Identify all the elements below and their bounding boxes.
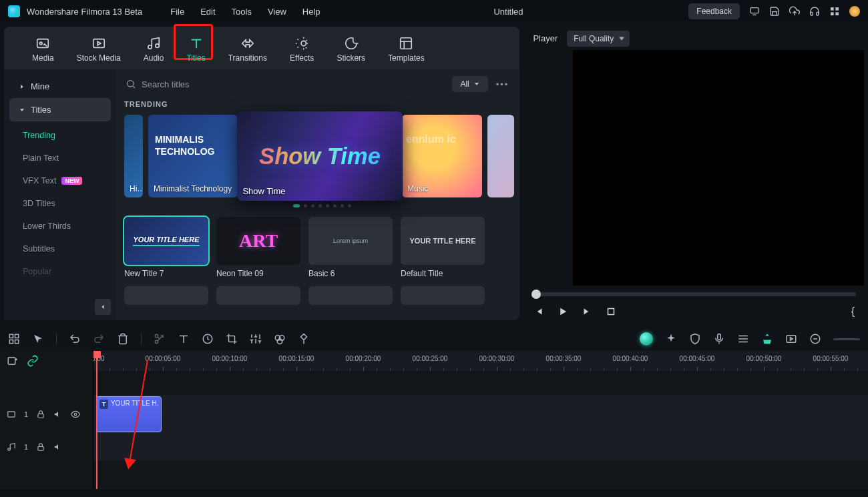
headphones-icon[interactable]	[809, 6, 820, 17]
asset-tabs: Media Stock Media Audio Titles Transitio…	[4, 27, 519, 69]
menu-help[interactable]: Help	[302, 7, 320, 17]
title-card[interactable]: YOUR TITLE HERENew Title 7	[124, 217, 208, 278]
layout-icon[interactable]	[8, 333, 20, 345]
sidebar-item-mine[interactable]: Mine	[9, 75, 111, 98]
svg-rect-16	[9, 340, 13, 344]
svg-rect-14	[9, 334, 13, 338]
filter-dropdown[interactable]: All	[452, 76, 487, 92]
menu-tools[interactable]: Tools	[232, 7, 252, 17]
sidebar-sub-3d-titles[interactable]: 3D Titles	[15, 192, 111, 215]
cloud-upload-icon[interactable]	[789, 6, 800, 17]
speed-icon[interactable]	[202, 333, 214, 345]
sidebar-sub-plain-text[interactable]: Plain Text	[15, 147, 111, 169]
title-card[interactable]: YOUR TITLE HEREDefault Title	[401, 217, 485, 278]
tab-media[interactable]: Media	[28, 32, 58, 69]
play-button[interactable]	[557, 306, 569, 318]
cursor-icon[interactable]	[32, 333, 44, 345]
svg-rect-29	[8, 412, 15, 417]
trending-card[interactable]: Hi…	[124, 115, 143, 197]
avatar[interactable]	[849, 6, 860, 17]
mic-icon[interactable]	[713, 333, 725, 345]
video-track-header[interactable]: 1	[0, 395, 93, 434]
video-track[interactable]: T YOUR TITLE H...	[93, 395, 868, 434]
next-frame-button[interactable]	[581, 306, 593, 318]
sidebar-sub-lower-thirds[interactable]: Lower Thirds	[15, 215, 111, 237]
menu-file[interactable]: File	[170, 7, 184, 17]
tab-templates[interactable]: Templates	[384, 32, 429, 69]
save-icon[interactable]	[769, 6, 780, 17]
mute-icon[interactable]	[53, 442, 63, 452]
eye-icon[interactable]	[71, 410, 80, 419]
stop-button[interactable]	[605, 306, 617, 318]
menu-view[interactable]: View	[268, 7, 286, 17]
expand-icon[interactable]: {	[843, 306, 855, 318]
quality-dropdown[interactable]: Full Quality	[567, 31, 630, 47]
svg-rect-4	[835, 12, 839, 15]
link-icon[interactable]	[27, 355, 39, 367]
monitor-icon[interactable]	[749, 6, 760, 17]
sidebar-sub-vfx-text[interactable]: VFX TextNEW	[15, 169, 111, 192]
tab-transitions[interactable]: Transitions	[224, 32, 271, 69]
time-ruler[interactable]: 00:0000:00:05:0000:00:10:0000:00:15:0000…	[93, 351, 868, 371]
tab-titles[interactable]: Titles	[182, 32, 209, 69]
shield-icon[interactable]	[689, 333, 701, 345]
adjust-icon[interactable]	[250, 333, 262, 345]
tab-stickers[interactable]: Stickers	[333, 32, 369, 69]
collapse-sidebar-button[interactable]	[95, 299, 111, 315]
prev-frame-button[interactable]	[533, 306, 545, 318]
title-thumb[interactable]: Lorem ipsum	[308, 217, 393, 265]
mute-icon[interactable]	[53, 410, 63, 419]
search-input[interactable]: Search titles	[124, 79, 447, 89]
sidebar-sub-subtitles[interactable]: Subtitles	[15, 237, 111, 260]
audio-track[interactable]	[93, 434, 868, 460]
crop-icon[interactable]	[226, 333, 238, 345]
menu-edit[interactable]: Edit	[200, 7, 215, 17]
title-card[interactable]: Lorem ipsumBasic 6	[308, 217, 393, 278]
sparkle-icon[interactable]	[665, 333, 677, 345]
text-tool-icon[interactable]	[178, 333, 190, 345]
feedback-button[interactable]: Feedback	[688, 3, 740, 19]
svg-marker-8	[97, 41, 101, 45]
marker-icon[interactable]	[761, 333, 773, 345]
more-options-icon[interactable]: •••	[493, 79, 512, 89]
tab-effects[interactable]: Effects	[286, 32, 318, 69]
undo-button[interactable]	[69, 333, 81, 345]
track-area[interactable]: 00:0000:00:05:0000:00:10:0000:00:15:0000…	[93, 351, 868, 489]
mixer-icon[interactable]	[737, 333, 749, 345]
ai-assistant-icon[interactable]	[640, 332, 653, 346]
video-viewport[interactable]	[573, 50, 864, 286]
delete-button[interactable]	[117, 333, 129, 345]
apps-grid-icon[interactable]	[829, 6, 840, 17]
carousel-pager[interactable]	[124, 204, 519, 207]
zoom-out-icon[interactable]	[809, 333, 821, 345]
title-thumb[interactable]: YOUR TITLE HERE	[401, 217, 485, 265]
split-button[interactable]	[154, 333, 166, 345]
trending-card[interactable]: MINIMALIS TECHNOLOGMinimalist Technology	[148, 115, 238, 197]
audio-track-header[interactable]: 1	[0, 434, 93, 460]
tab-audio[interactable]: Audio	[140, 32, 168, 69]
zoom-slider[interactable]	[833, 338, 860, 340]
lock-icon[interactable]	[36, 410, 45, 419]
title-clip[interactable]: T YOUR TITLE H...	[96, 396, 162, 432]
sidebar-sub-popular[interactable]: Popular	[15, 260, 111, 283]
trending-card-featured[interactable]: Show TimeShow Time	[237, 111, 403, 201]
redo-button[interactable]	[93, 333, 105, 345]
add-track-icon[interactable]	[7, 355, 19, 367]
color-icon[interactable]	[274, 333, 286, 345]
trending-carousel[interactable]: Hi… MINIMALIS TECHNOLOGMinimalist Techno…	[124, 115, 519, 197]
sidebar-item-titles[interactable]: Titles	[9, 98, 111, 121]
title-thumb[interactable]: YOUR TITLE HERE	[124, 217, 208, 265]
player-progress[interactable]	[531, 292, 856, 296]
lock-icon[interactable]	[36, 442, 45, 452]
title-card[interactable]: ARTNeon Title 09	[216, 217, 300, 278]
progress-knob[interactable]	[531, 290, 541, 299]
svg-rect-25	[787, 336, 796, 343]
trending-card[interactable]	[487, 115, 514, 197]
title-thumb[interactable]: ART	[216, 217, 300, 265]
render-icon[interactable]	[785, 333, 797, 345]
tab-stock-media[interactable]: Stock Media	[73, 32, 125, 69]
trending-card[interactable]: ennium icMusic	[402, 115, 482, 197]
sidebar-sub-trending[interactable]: Trending	[15, 124, 111, 147]
playhead[interactable]	[96, 351, 97, 489]
keyframe-icon[interactable]	[298, 333, 310, 345]
